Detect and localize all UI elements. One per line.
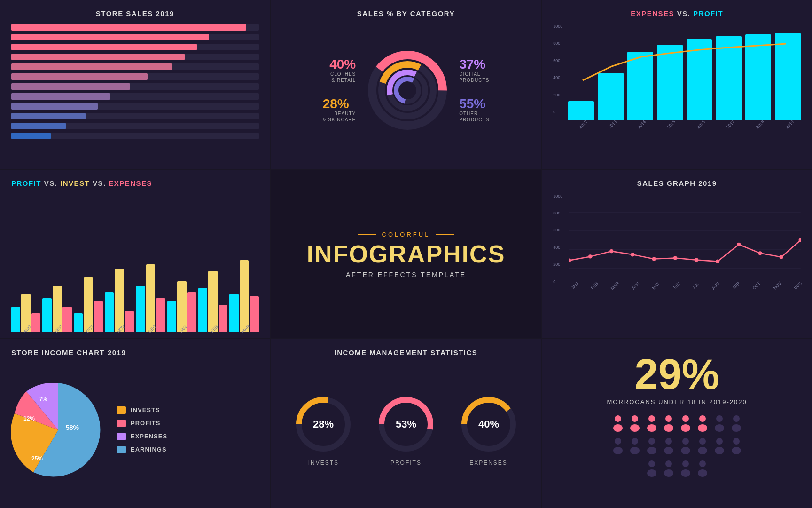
bar-bg	[11, 54, 259, 60]
svg-point-21	[716, 259, 719, 263]
bar-row	[11, 73, 259, 80]
grouped-bar	[62, 307, 71, 332]
other-label: 55% OTHERPRODUCTS	[459, 97, 489, 123]
grouped-bar	[74, 313, 83, 333]
svg-point-68	[715, 447, 724, 454]
grouped-bar-col: JAN	[167, 194, 196, 333]
svg-point-76	[681, 469, 690, 477]
grouped-bar-col: SEP	[42, 194, 71, 333]
bar-bg	[11, 24, 259, 31]
digital-label: 37% DIGITALPRODUCTS	[459, 58, 489, 83]
bar-fill	[11, 103, 98, 110]
sales-y-axis: 1000 800 600 400 200 0	[553, 194, 568, 284]
svg-point-70	[732, 447, 741, 454]
y-axis: 1000 800 600 400 200 0	[553, 24, 566, 114]
exp-bar-label: 2017	[726, 119, 735, 129]
svg-point-19	[673, 256, 677, 260]
svg-text:12%: 12%	[23, 415, 35, 422]
store-income-title-text: STORE INCOME CHART 2019	[11, 349, 126, 357]
person-icon	[679, 460, 692, 479]
person-icon	[645, 415, 658, 434]
person-icon	[662, 415, 675, 434]
grouped-bar-col: MAR	[229, 194, 258, 333]
svg-point-61	[665, 438, 672, 444]
legend-box-expenses	[117, 433, 126, 440]
svg-point-75	[682, 460, 689, 467]
store-sales-title: STORE SALES 2019	[11, 9, 259, 17]
svg-text:53%: 53%	[396, 418, 416, 430]
bar-row	[11, 103, 259, 110]
grouped-bar	[146, 264, 155, 332]
grouped-bar	[115, 269, 124, 332]
exp-bar-label: 2018	[755, 119, 765, 129]
donut-row: 28% INVESTS 53% pRofITS 40% EXPENSES	[282, 363, 530, 496]
grouped-bar	[156, 298, 165, 332]
svg-point-69	[733, 438, 740, 444]
bar-bg	[11, 123, 259, 129]
grouped-bar	[198, 288, 207, 333]
after-effects-text: AFTER EFFECTS TEMPLATE	[346, 271, 466, 278]
person-icon	[611, 415, 625, 434]
bar-row	[11, 93, 259, 100]
exp-bar-label: 2015	[666, 119, 676, 129]
exp-bar-label: 2016	[696, 119, 706, 129]
right-dash-line	[436, 234, 454, 235]
svg-text:58%: 58%	[66, 424, 79, 431]
person-icon	[696, 437, 709, 456]
person-icon	[713, 415, 726, 434]
svg-point-49	[699, 415, 706, 422]
donut-labels-right: 37% DIGITALPRODUCTS 55% OTHERPRODUCTS	[459, 58, 489, 123]
legend-profits: PROFITS	[117, 420, 167, 427]
bar-fill	[11, 83, 130, 90]
svg-point-43	[648, 415, 655, 422]
clothes-label: 40% CLOTHES& RETAIL	[329, 58, 356, 83]
svg-point-54	[732, 424, 741, 432]
bar-bg	[11, 83, 259, 90]
person-icon	[730, 437, 743, 456]
left-dash-line	[358, 234, 376, 235]
sales-graph-panel: SALES GRAPH 2019 1000 800 600 400 200 0	[542, 170, 812, 339]
svg-point-42	[630, 424, 640, 432]
svg-point-51	[716, 415, 723, 422]
person-icon	[645, 437, 658, 456]
grouped-bar	[229, 294, 238, 332]
sales-line-svg	[569, 194, 801, 286]
bar-fill	[11, 24, 246, 31]
grouped-bar	[250, 296, 258, 333]
donut-section: 40% CLOTHES& RETAIL 28% BEAUTY& SKINCARE	[282, 24, 530, 157]
svg-point-72	[647, 469, 656, 477]
svg-point-47	[682, 415, 689, 422]
person-icon	[730, 415, 743, 434]
grouped-bar	[240, 260, 249, 332]
svg-point-22	[737, 242, 741, 246]
donut-profits-svg: 53%	[375, 394, 437, 455]
income-mgmt-title-text: INCOME MANAGEMENT STATISTICS	[335, 349, 478, 357]
svg-point-44	[647, 424, 656, 432]
svg-point-48	[681, 424, 690, 432]
bar-fill	[11, 34, 209, 40]
person-icon	[628, 437, 641, 456]
svg-point-15	[588, 254, 592, 258]
person-icon	[662, 460, 675, 479]
sales-x-labels: JANFEBMARAPRMAYJUNJULAUGSEPOCTNOVDEC	[569, 284, 801, 297]
grouped-bar	[208, 271, 217, 333]
sales-category-title-text: SALES % BY CATEGORY	[357, 9, 455, 17]
person-icon	[679, 415, 692, 434]
bar-bg	[11, 73, 259, 80]
grouped-bar	[187, 292, 196, 333]
bar-row	[11, 24, 259, 31]
grouped-bar	[42, 298, 51, 332]
store-income-panel: STORE INCOME CHART 2019 58% 25% 12% 7%	[0, 339, 270, 508]
income-legend: INVESTS PROFITS EXPENSES EARNINGS	[117, 406, 167, 453]
legend-invests: INVESTS	[117, 406, 167, 414]
svg-point-17	[631, 253, 635, 256]
bar-row	[11, 44, 259, 50]
sales-category-panel: SALES % BY CATEGORY 40% CLOTHES& RETAIL …	[271, 0, 541, 169]
svg-point-66	[698, 447, 707, 454]
legend-box-earnings	[117, 446, 126, 453]
exp-bar-label: 2019	[784, 119, 794, 129]
store-income-title: STORE INCOME CHART 2019	[11, 349, 259, 357]
svg-text:25%: 25%	[31, 455, 43, 462]
legend-box-profits	[117, 420, 126, 427]
svg-point-77	[699, 460, 706, 467]
